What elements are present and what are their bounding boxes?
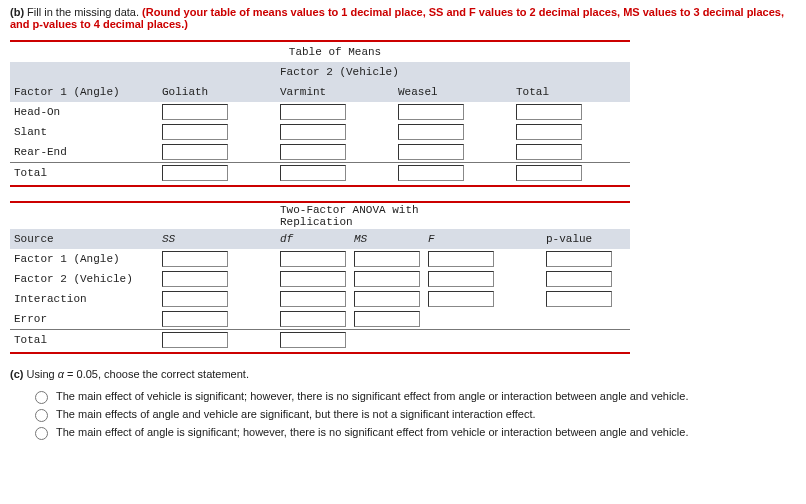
input-total-weasel[interactable]: [398, 165, 464, 181]
factor1-header: Factor 1 (Angle): [10, 82, 158, 102]
input-f1-ss[interactable]: [162, 251, 228, 267]
col-weasel: Weasel: [394, 82, 512, 102]
options-group: The main effect of vehicle is significan…: [30, 390, 796, 440]
means-title: Table of Means: [276, 41, 394, 62]
part-b-instructions: (b) Fill in the missing data. (Round you…: [10, 6, 796, 30]
input-tot-ss[interactable]: [162, 332, 228, 348]
input-f1-df[interactable]: [280, 251, 346, 267]
part-b-label: (b): [10, 6, 24, 18]
option-2-text: The main effects of angle and vehicle ar…: [56, 408, 536, 420]
means-table-wrap: Table of Means Factor 2 (Vehicle) Factor…: [10, 40, 796, 187]
input-headon-total[interactable]: [516, 104, 582, 120]
input-total-varmint[interactable]: [280, 165, 346, 181]
col-pvalue: p-value: [542, 229, 630, 249]
option-3-text: The main effect of angle is significant;…: [56, 426, 688, 438]
col-ms: MS: [350, 229, 424, 249]
row-total-anova: Total: [10, 330, 158, 351]
anova-table: Two-Factor ANOVA with Replication Source…: [10, 201, 630, 354]
input-f2-ss[interactable]: [162, 271, 228, 287]
part-c-lead: Using α = 0.05, choose the correct state…: [27, 368, 249, 380]
row-interaction: Interaction: [10, 289, 158, 309]
input-total-goliath[interactable]: [162, 165, 228, 181]
input-f1-f[interactable]: [428, 251, 494, 267]
input-headon-weasel[interactable]: [398, 104, 464, 120]
input-int-ss[interactable]: [162, 291, 228, 307]
col-goliath: Goliath: [158, 82, 276, 102]
input-f2-pv[interactable]: [546, 271, 612, 287]
input-rearend-total[interactable]: [516, 144, 582, 160]
part-c-label: (c): [10, 368, 23, 380]
anova-title: Two-Factor ANOVA with Replication: [276, 202, 424, 229]
input-total-total[interactable]: [516, 165, 582, 181]
input-err-ss[interactable]: [162, 311, 228, 327]
input-err-df[interactable]: [280, 311, 346, 327]
means-table: Table of Means Factor 2 (Vehicle) Factor…: [10, 40, 630, 187]
input-slant-varmint[interactable]: [280, 124, 346, 140]
row-total: Total: [10, 163, 158, 184]
radio-3[interactable]: [35, 427, 48, 440]
anova-table-wrap: Two-Factor ANOVA with Replication Source…: [10, 201, 796, 354]
part-b-lead: Fill in the missing data.: [27, 6, 139, 18]
input-f2-f[interactable]: [428, 271, 494, 287]
col-f: F: [424, 229, 542, 249]
option-3[interactable]: The main effect of angle is significant;…: [30, 426, 796, 440]
row-slant: Slant: [10, 122, 158, 142]
input-f1-ms[interactable]: [354, 251, 420, 267]
input-slant-total[interactable]: [516, 124, 582, 140]
row-factor2: Factor 2 (Vehicle): [10, 269, 158, 289]
col-ss: SS: [158, 229, 276, 249]
radio-2[interactable]: [35, 409, 48, 422]
input-int-pv[interactable]: [546, 291, 612, 307]
row-rearend: Rear-End: [10, 142, 158, 163]
part-c: (c) Using α = 0.05, choose the correct s…: [10, 368, 796, 440]
input-slant-goliath[interactable]: [162, 124, 228, 140]
input-f2-ms[interactable]: [354, 271, 420, 287]
col-varmint: Varmint: [276, 82, 394, 102]
factor2-header: Factor 2 (Vehicle): [276, 62, 512, 82]
row-error: Error: [10, 309, 158, 330]
input-f2-df[interactable]: [280, 271, 346, 287]
option-1[interactable]: The main effect of vehicle is significan…: [30, 390, 796, 404]
input-int-df[interactable]: [280, 291, 346, 307]
input-err-ms[interactable]: [354, 311, 420, 327]
row-factor1: Factor 1 (Angle): [10, 249, 158, 269]
input-slant-weasel[interactable]: [398, 124, 464, 140]
option-1-text: The main effect of vehicle is significan…: [56, 390, 688, 402]
radio-1[interactable]: [35, 391, 48, 404]
input-int-ms[interactable]: [354, 291, 420, 307]
input-headon-goliath[interactable]: [162, 104, 228, 120]
input-rearend-goliath[interactable]: [162, 144, 228, 160]
input-rearend-weasel[interactable]: [398, 144, 464, 160]
col-df: df: [276, 229, 350, 249]
col-total: Total: [512, 82, 630, 102]
input-rearend-varmint[interactable]: [280, 144, 346, 160]
input-f1-pv[interactable]: [546, 251, 612, 267]
row-headon: Head-On: [10, 102, 158, 122]
input-tot-df[interactable]: [280, 332, 346, 348]
anova-source-header: Source: [10, 229, 158, 249]
option-2[interactable]: The main effects of angle and vehicle ar…: [30, 408, 796, 422]
input-int-f[interactable]: [428, 291, 494, 307]
input-headon-varmint[interactable]: [280, 104, 346, 120]
